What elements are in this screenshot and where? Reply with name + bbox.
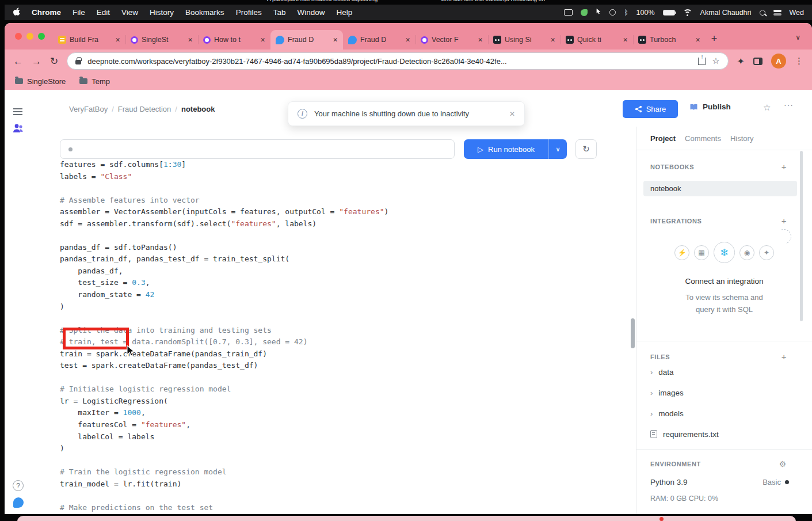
python-version[interactable]: Python 3.9 — [650, 478, 688, 486]
folder-row-models[interactable]: ›models — [636, 403, 812, 424]
tab-close-icon[interactable]: ✕ — [550, 36, 555, 43]
screen-share-icon[interactable] — [564, 9, 573, 16]
tab-project[interactable]: Project — [650, 134, 676, 143]
browser-tab-active[interactable]: Fraud D✕ — [270, 30, 343, 50]
profile-avatar[interactable]: A — [771, 54, 786, 69]
battery-icon[interactable] — [663, 10, 675, 16]
browser-tab[interactable]: Using Si✕ — [488, 30, 561, 50]
browser-menu-icon[interactable]: ⋮ — [795, 56, 803, 66]
browser-tab[interactable]: SingleSt✕ — [125, 30, 198, 50]
menubar-username[interactable]: Akmal Chaudhri — [700, 9, 752, 17]
status-app-icon[interactable] — [581, 9, 588, 16]
run-notebook-button[interactable]: ▷ Run notebook ∨ — [464, 139, 567, 159]
forward-button[interactable]: → — [32, 56, 41, 66]
tab-label: Vector F — [432, 36, 474, 44]
notebook-scrollbar[interactable] — [631, 318, 635, 348]
tab-search-chevron-icon[interactable]: ∨ — [795, 33, 809, 41]
recording-icon[interactable] — [609, 9, 616, 16]
publish-button[interactable]: Publish — [689, 102, 731, 111]
browser-tab[interactable]: Vector F✕ — [415, 30, 488, 50]
tab-label: Fraud D — [288, 36, 329, 44]
browser-tab[interactable]: How to t✕ — [198, 30, 270, 50]
menubar-item-view[interactable]: View — [121, 8, 138, 17]
add-notebook-button[interactable]: + — [781, 162, 787, 172]
folder-row-data[interactable]: ›data — [636, 362, 812, 382]
chevron-right-icon: › — [650, 409, 653, 418]
add-integration-button[interactable]: + — [781, 216, 787, 226]
connect-integration-link[interactable]: Connect an integration — [636, 277, 812, 286]
breadcrumb-project[interactable]: Fraud Detection — [118, 105, 171, 113]
tab-close-icon[interactable]: ✕ — [260, 36, 265, 43]
help-button[interactable]: ? — [13, 480, 24, 491]
wifi-icon[interactable] — [683, 9, 692, 16]
project-more-icon[interactable]: ··· — [784, 100, 794, 109]
new-tab-button[interactable]: + — [706, 30, 723, 47]
lock-icon[interactable] — [75, 60, 81, 64]
notebook-title-input[interactable] — [60, 139, 455, 159]
bookmark-folder-singlestore[interactable]: SingleStore — [15, 77, 66, 86]
spotlight-search-icon[interactable] — [760, 10, 765, 16]
tab-close-icon[interactable]: ✕ — [188, 36, 193, 43]
reload-button[interactable]: ↻ — [50, 56, 58, 66]
menubar-item-help[interactable]: Help — [336, 8, 352, 17]
menubar-item-bookmarks[interactable]: Bookmarks — [185, 8, 224, 17]
environment-gear-icon[interactable]: ⚙ — [779, 459, 787, 469]
menubar-item-window[interactable]: Window — [297, 8, 325, 17]
menubar-item-tab[interactable]: Tab — [273, 8, 286, 17]
back-button[interactable]: ← — [13, 56, 23, 66]
apple-logo-icon[interactable] — [13, 7, 20, 18]
tab-comments[interactable]: Comments — [685, 134, 721, 143]
side-panel-icon[interactable] — [753, 58, 763, 65]
folder-row-images[interactable]: ›images — [636, 382, 812, 403]
tab-close-icon[interactable]: ✕ — [623, 36, 628, 43]
sidebar-toggle-icon[interactable] — [13, 108, 22, 115]
add-file-button[interactable]: + — [781, 352, 787, 362]
browser-tab[interactable]: Turboch✕ — [633, 30, 706, 50]
menubar-item-file[interactable]: File — [73, 8, 85, 17]
menubar-clock[interactable]: Wed — [790, 9, 804, 17]
sidebar-item-notebook[interactable]: notebook — [643, 181, 797, 196]
bookmark-folder-temp[interactable]: Temp — [79, 77, 110, 86]
code-line: pandas_train_df, pandas_test_df = train_… — [60, 253, 634, 265]
url-text[interactable]: deepnote.com/workspace/veryfatboy-2f930b… — [87, 57, 692, 66]
sidebar-scrollbar[interactable] — [800, 151, 803, 321]
bookmark-star-icon[interactable]: ☆ — [712, 56, 719, 66]
zoom-window-button[interactable] — [38, 33, 45, 40]
tab-close-icon[interactable]: ✕ — [115, 36, 120, 43]
run-notebook-main[interactable]: ▷ Run notebook — [464, 139, 548, 159]
tab-close-icon[interactable]: ✕ — [405, 36, 410, 43]
extensions-icon[interactable]: ✦ — [737, 56, 745, 67]
bookmarks-bar: SingleStore Temp — [5, 73, 812, 90]
share-button[interactable]: Share — [623, 100, 678, 118]
menubar-item-profiles[interactable]: Profiles — [236, 8, 262, 17]
browser-tab[interactable]: Build Fra✕ — [53, 30, 125, 50]
menubar-item-history[interactable]: History — [150, 8, 174, 17]
code-editor[interactable]: features = sdf.columns[1:30]labels = "Cl… — [60, 159, 634, 514]
toast-close-icon[interactable]: ✕ — [509, 110, 515, 118]
share-page-icon[interactable] — [698, 58, 706, 65]
run-options-chevron[interactable]: ∨ — [548, 139, 567, 159]
bluetooth-icon[interactable]: ᛒ — [624, 9, 628, 17]
browser-tab[interactable]: Fraud D✕ — [343, 30, 415, 50]
favorite-star-icon[interactable]: ☆ — [763, 102, 771, 113]
menubar-item-chrome[interactable]: Chrome — [32, 8, 61, 17]
url-bar[interactable]: deepnote.com/workspace/veryfatboy-2f930b… — [67, 52, 728, 70]
breadcrumb-workspace[interactable]: VeryFatBoy — [69, 105, 108, 113]
restart-machine-button[interactable]: ↻ — [575, 139, 597, 159]
browser-tab[interactable]: Quick ti✕ — [561, 30, 633, 50]
meeting-controls-bar[interactable] — [17, 516, 796, 521]
breadcrumb-notebook[interactable]: notebook — [181, 105, 215, 113]
tab-close-icon[interactable]: ✕ — [478, 36, 483, 43]
file-row-requirements[interactable]: requirements.txt — [636, 424, 812, 444]
workspace-icon[interactable] — [12, 123, 25, 136]
share-label: Share — [646, 105, 666, 113]
deepnote-logo-icon[interactable] — [13, 497, 24, 508]
tab-history[interactable]: History — [730, 134, 753, 143]
tab-close-icon[interactable]: ✕ — [333, 36, 338, 43]
menubar-item-edit[interactable]: Edit — [97, 8, 110, 17]
minimize-window-button[interactable] — [26, 33, 33, 40]
folder-label: images — [658, 389, 684, 397]
tab-close-icon[interactable]: ✕ — [695, 36, 700, 43]
close-window-button[interactable] — [15, 33, 22, 40]
control-center-icon[interactable] — [773, 10, 781, 16]
